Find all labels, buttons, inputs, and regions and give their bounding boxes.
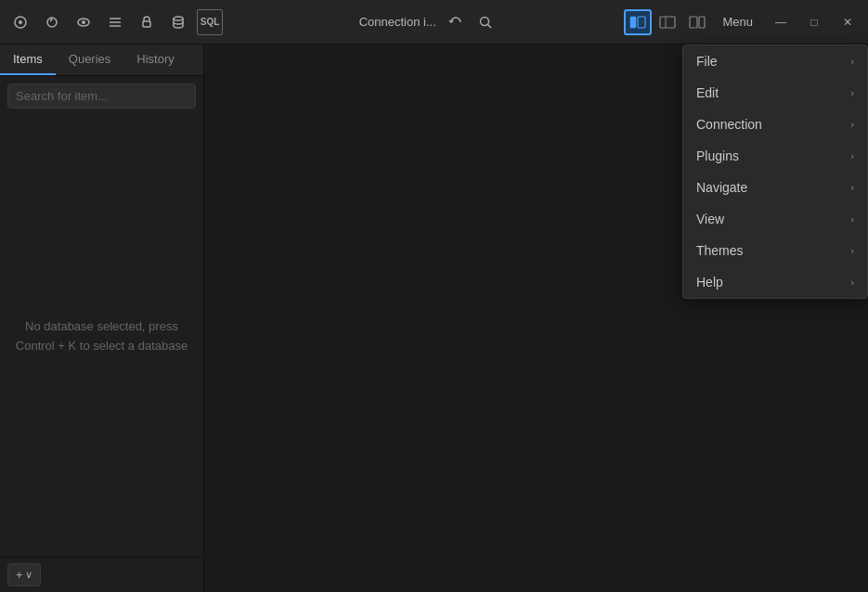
- chevron-right-icon: ›: [850, 150, 854, 161]
- circle-icon[interactable]: [7, 9, 33, 35]
- toolbar-left: SQL: [0, 9, 230, 35]
- menu-item-plugins-label: Plugins: [696, 148, 739, 163]
- svg-rect-12: [630, 17, 636, 28]
- search-icon[interactable]: [475, 12, 496, 32]
- minimize-button[interactable]: —: [764, 6, 797, 39]
- menu-item-edit-label: Edit: [696, 85, 719, 100]
- titlebar: SQL Connection i...: [0, 0, 868, 45]
- add-button[interactable]: + ∨: [7, 563, 41, 586]
- chevron-right-icon: ›: [850, 277, 854, 288]
- maximize-button[interactable]: □: [797, 6, 831, 39]
- sidebar-empty-state: No database selected, pressControl + K t…: [0, 116, 203, 557]
- menu-item-navigate-label: Navigate: [696, 180, 747, 195]
- sidebar-footer: + ∨: [0, 557, 203, 592]
- sidebar: Items Queries History No database select…: [0, 45, 204, 592]
- menu-item-file-label: File: [696, 54, 718, 69]
- add-icon: +: [16, 568, 23, 582]
- menu-item-navigate[interactable]: Navigate ›: [683, 172, 867, 203]
- menu-item-view-label: View: [696, 212, 724, 226]
- sql-label: SQL: [201, 17, 220, 27]
- menu-item-file[interactable]: File ›: [683, 45, 867, 77]
- svg-rect-17: [699, 17, 705, 28]
- sidebar-tabs: Items Queries History: [0, 45, 203, 76]
- menu-item-connection-label: Connection: [696, 117, 762, 132]
- svg-rect-16: [690, 17, 697, 28]
- layout-left-icon[interactable]: [624, 9, 652, 35]
- menu-item-help-label: Help: [696, 275, 723, 290]
- search-input[interactable]: [7, 84, 196, 109]
- chevron-right-icon: ›: [850, 182, 854, 193]
- svg-point-9: [174, 17, 183, 20]
- menu-item-themes-label: Themes: [696, 243, 744, 258]
- menu-item-themes[interactable]: Themes ›: [683, 235, 867, 266]
- database-icon[interactable]: [165, 9, 191, 35]
- layout-center-icon[interactable]: [654, 9, 681, 35]
- chevron-right-icon: ›: [850, 213, 854, 225]
- list-icon[interactable]: [102, 9, 128, 35]
- empty-message: No database selected, pressControl + K t…: [16, 317, 188, 356]
- menu-item-help[interactable]: Help ›: [683, 266, 867, 298]
- sync-icon[interactable]: [39, 9, 65, 35]
- chevron-right-icon: ›: [850, 56, 854, 67]
- sql-icon[interactable]: SQL: [197, 9, 223, 35]
- layout-right-icon[interactable]: [683, 9, 711, 35]
- menu-item-plugins[interactable]: Plugins ›: [683, 140, 867, 172]
- tab-queries[interactable]: Queries: [56, 45, 124, 75]
- svg-line-11: [487, 24, 491, 28]
- add-chevron: ∨: [25, 569, 32, 581]
- menu-item-connection[interactable]: Connection ›: [683, 109, 867, 140]
- menu-item-view[interactable]: View ›: [683, 203, 867, 235]
- connection-label: Connection i...: [359, 15, 436, 29]
- chevron-right-icon: ›: [850, 87, 854, 98]
- titlebar-center: Connection i...: [230, 12, 624, 32]
- close-button[interactable]: ✕: [831, 6, 864, 39]
- menu-button[interactable]: Menu: [713, 11, 762, 32]
- svg-rect-14: [660, 17, 675, 28]
- svg-rect-13: [638, 17, 645, 28]
- titlebar-right: Menu — □ ✕: [624, 6, 868, 39]
- refresh-icon[interactable]: [446, 12, 466, 32]
- chevron-right-icon: ›: [850, 119, 854, 130]
- svg-point-10: [480, 17, 488, 25]
- tab-items[interactable]: Items: [0, 45, 56, 75]
- lock-icon[interactable]: [134, 9, 160, 35]
- svg-point-1: [19, 20, 22, 24]
- menu-label: Menu: [722, 15, 753, 29]
- dropdown-menu: File › Edit › Connection › Plugins › Nav…: [682, 45, 868, 299]
- eye-icon[interactable]: [71, 9, 97, 35]
- chevron-right-icon: ›: [850, 245, 854, 256]
- search-container: [0, 76, 203, 116]
- menu-item-edit[interactable]: Edit ›: [683, 77, 867, 109]
- window-controls: — □ ✕: [764, 6, 864, 39]
- svg-point-4: [82, 20, 85, 24]
- svg-rect-8: [143, 21, 150, 27]
- tab-history[interactable]: History: [123, 45, 187, 75]
